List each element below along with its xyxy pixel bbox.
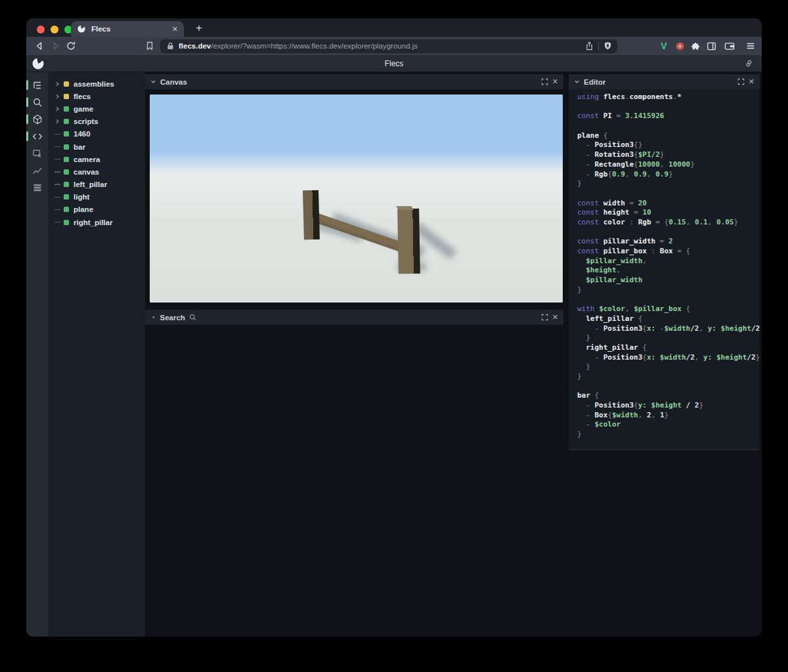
code-line <box>577 189 760 199</box>
expand-chevron-icon[interactable] <box>55 119 64 124</box>
tree-item-light[interactable]: light <box>48 191 145 203</box>
code-icon <box>32 131 43 142</box>
wallet-icon[interactable] <box>724 40 735 52</box>
app-header: Flecs <box>26 55 762 72</box>
entity-label: canvas <box>74 168 99 176</box>
code-line: plane { <box>577 131 760 141</box>
code-line <box>577 121 760 131</box>
fullscreen-icon[interactable] <box>541 78 548 85</box>
tree-item-scripts[interactable]: scripts <box>48 116 145 128</box>
leaf-dash-icon <box>55 159 64 160</box>
search-icon <box>189 314 196 321</box>
leaf-dash-icon <box>55 184 64 185</box>
scene-left-pillar <box>303 190 320 240</box>
browser-window: Flecs ✕ + flecs.dev/explorer/?wasm=https… <box>26 18 762 637</box>
v-extension-icon[interactable]: V <box>658 40 670 52</box>
editor-panel-header[interactable]: Editor ✕ <box>569 74 760 89</box>
close-icon[interactable]: ✕ <box>749 77 755 86</box>
code-line: const PI = 3.1415926 <box>577 112 760 121</box>
tree-item-left_pillar[interactable]: left_pillar <box>48 178 145 191</box>
tool-tree-icon[interactable] <box>26 77 48 94</box>
leaf-dash-icon <box>55 134 64 135</box>
close-icon[interactable]: ✕ <box>552 77 558 86</box>
tool-chart-icon[interactable] <box>26 162 48 179</box>
search-panel-header[interactable]: • Search ✕ <box>145 310 563 325</box>
app-body: assembliesflecsgamescripts1460barcamerac… <box>26 72 762 637</box>
cube-icon <box>32 114 43 125</box>
reload-button[interactable] <box>66 41 76 51</box>
code-line: bar { <box>577 391 760 401</box>
tool-search-icon[interactable] <box>26 94 48 111</box>
tree-item-plane[interactable]: plane <box>48 203 145 216</box>
tree-item-1460[interactable]: 1460 <box>48 128 145 140</box>
canvas-3d-viewport[interactable] <box>150 94 563 303</box>
entity-color-square <box>64 106 69 112</box>
search-panel-title: Search <box>160 314 185 322</box>
url-bar[interactable]: flecs.dev/explorer/?wasm=https://www.fle… <box>160 39 617 53</box>
tool-rows-icon[interactable] <box>26 179 48 196</box>
code-line: - $color <box>577 420 760 430</box>
code-line: - Rotation3{$PI/2} <box>577 150 760 160</box>
code-line <box>577 295 760 304</box>
entity-color-square <box>64 207 69 212</box>
scene-right-pillar <box>397 209 420 274</box>
tree-item-assemblies[interactable]: assemblies <box>48 77 145 90</box>
url-path: /explorer/?wasm=https://www.flecs.dev/ex… <box>211 42 418 50</box>
entity-label: light <box>74 193 89 201</box>
menu-icon[interactable] <box>745 40 756 52</box>
expand-chevron-icon[interactable] <box>55 81 64 87</box>
hexagon-extension-icon[interactable] <box>674 40 686 52</box>
leaf-dash-icon <box>55 209 64 211</box>
tab-close-icon[interactable]: ✕ <box>172 25 178 33</box>
tree-item-game[interactable]: game <box>48 102 145 115</box>
extensions-puzzle-icon[interactable] <box>690 40 701 52</box>
code-line: } <box>577 285 760 295</box>
brave-shield-icon[interactable] <box>603 41 612 51</box>
code-line: const width = 20 <box>577 199 760 209</box>
bookmark-icon[interactable] <box>144 41 155 51</box>
fullscreen-icon[interactable] <box>737 78 745 85</box>
scene-sky <box>150 94 563 173</box>
browser-toolbar: flecs.dev/explorer/?wasm=https://www.fle… <box>26 37 762 55</box>
share-link-icon[interactable] <box>744 58 754 71</box>
share-icon[interactable] <box>585 41 594 51</box>
tree-item-right_pillar[interactable]: right_pillar <box>48 216 145 228</box>
entity-color-square <box>64 94 69 99</box>
close-icon[interactable]: ✕ <box>552 313 558 322</box>
flecs-favicon-icon <box>77 24 86 33</box>
new-tab-button[interactable]: + <box>190 20 208 36</box>
tree-icon <box>32 80 43 91</box>
expand-chevron-icon[interactable] <box>55 106 64 112</box>
browser-tab[interactable]: Flecs ✕ <box>71 21 184 37</box>
close-window-button[interactable] <box>37 26 45 33</box>
chevron-down-icon[interactable] <box>574 79 580 85</box>
code-editor[interactable]: using flecs.components.* const PI = 3.14… <box>569 89 760 450</box>
code-line: with $color, $pillar_box { <box>577 304 760 314</box>
code-line: } <box>577 333 760 343</box>
tool-code-icon[interactable] <box>26 128 48 145</box>
tool-cube-icon[interactable] <box>26 111 48 128</box>
tree-item-bar[interactable]: bar <box>48 140 145 153</box>
fullscreen-icon[interactable] <box>541 314 548 321</box>
expand-chevron-icon[interactable] <box>55 94 64 99</box>
active-indicator <box>26 114 28 124</box>
forward-button[interactable] <box>51 41 61 51</box>
tree-item-camera[interactable]: camera <box>48 153 145 165</box>
entity-color-square <box>64 131 69 136</box>
tool-select-icon[interactable] <box>26 145 48 162</box>
code-line: - Position3{x: $width/2, y: $height/2} <box>577 353 760 363</box>
tree-item-flecs[interactable]: flecs <box>48 90 145 102</box>
canvas-panel-header[interactable]: Canvas ✕ <box>145 74 563 89</box>
sidebar-toggle-icon[interactable] <box>705 40 717 52</box>
code-line: } <box>577 179 760 189</box>
tree-item-canvas[interactable]: canvas <box>48 165 145 178</box>
entity-label: flecs <box>74 93 91 100</box>
editor-panel-title: Editor <box>584 78 605 86</box>
main-area: Canvas ✕ • Search <box>145 72 762 637</box>
minimize-window-button[interactable] <box>51 26 58 33</box>
code-line: right_pillar { <box>577 343 760 353</box>
canvas-panel-title: Canvas <box>160 78 187 86</box>
active-indicator <box>26 80 28 90</box>
back-button[interactable] <box>34 41 45 51</box>
chevron-down-icon[interactable] <box>150 79 156 85</box>
